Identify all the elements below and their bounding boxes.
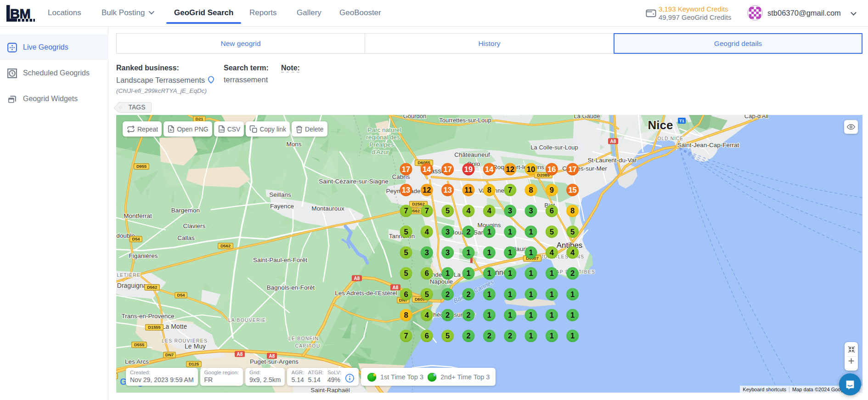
svg-text:Bagnols-en-Forêt: Bagnols-en-Forêt — [267, 284, 315, 291]
svg-text:17: 17 — [444, 165, 452, 173]
svg-text:1: 1 — [570, 311, 575, 319]
svg-text:6: 6 — [404, 290, 408, 298]
svg-text:6: 6 — [425, 269, 429, 277]
svg-text:4: 4 — [466, 206, 471, 215]
svg-text:16: 16 — [547, 165, 556, 173]
svg-text:La Motte: La Motte — [162, 323, 187, 330]
svg-text:D1555: D1555 — [148, 325, 160, 330]
svg-text:7: 7 — [508, 186, 512, 194]
svg-text:3: 3 — [445, 228, 450, 236]
svg-text:1: 1 — [487, 290, 491, 298]
svg-text:Montferrat: Montferrat — [124, 212, 152, 219]
svg-text:BM: BM — [10, 6, 30, 21]
svg-text:La Gaude: La Gaude — [574, 115, 600, 120]
svg-text:Nice: Nice — [648, 118, 673, 132]
svg-text:A8: A8 — [269, 354, 275, 359]
svg-text:8: 8 — [529, 186, 533, 194]
svg-text:5: 5 — [425, 290, 429, 298]
svg-text:1: 1 — [487, 269, 491, 277]
svg-text:Trans-en-Provence: Trans-en-Provence — [121, 313, 174, 320]
svg-text:OLLETIÈRE: OLLETIÈRE — [116, 272, 141, 278]
svg-text:2: 2 — [508, 331, 512, 340]
svg-text:D562: D562 — [147, 285, 157, 290]
svg-text:d'Azur: d'Azur — [372, 149, 389, 155]
svg-text:LA BOUVERIE: LA BOUVERIE — [228, 317, 266, 323]
svg-text:2: 2 — [487, 331, 491, 340]
svg-text:1: 1 — [445, 269, 450, 277]
svg-text:DN7: DN7 — [165, 353, 174, 357]
svg-text:1: 1 — [529, 331, 533, 340]
svg-text:15: 15 — [568, 186, 576, 194]
svg-text:4: 4 — [425, 311, 429, 319]
svg-text:2: 2 — [445, 290, 450, 298]
svg-text:Vence: Vence — [502, 115, 520, 116]
svg-text:La Colle-sur-Loup: La Colle-sur-Loup — [530, 144, 578, 151]
svg-text:LE BONFIN: LE BONFIN — [288, 336, 319, 341]
svg-text:Seillans: Seillans — [269, 191, 291, 198]
svg-text:5: 5 — [570, 228, 575, 236]
svg-text:Saint-Cézaire-sur-Siagne: Saint-Cézaire-sur-Siagne — [319, 178, 389, 185]
svg-text:1: 1 — [550, 269, 554, 277]
svg-text:6: 6 — [550, 206, 554, 215]
svg-text:17: 17 — [568, 165, 576, 173]
svg-text:Les Adrets-de-l'Estérel: Les Adrets-de-l'Estérel — [335, 290, 397, 297]
svg-text:4: 4 — [550, 248, 554, 257]
svg-text:régional des: régional des — [366, 134, 400, 141]
svg-text:Mons: Mons — [286, 141, 301, 148]
svg-text:LES ROUVIÈRES: LES ROUVIÈRES — [162, 338, 208, 343]
svg-text:3: 3 — [529, 206, 533, 215]
svg-text:2: 2 — [466, 331, 470, 340]
svg-text:5: 5 — [445, 206, 450, 215]
svg-text:Fayence: Fayence — [270, 203, 294, 210]
svg-text:7: 7 — [404, 331, 408, 340]
svg-text:Puget-sur-Argens: Puget-sur-Argens — [250, 358, 299, 365]
svg-text:Saint-Jean-Cap-Ferrat: Saint-Jean-Cap-Ferrat — [677, 142, 739, 149]
svg-text:1: 1 — [529, 269, 533, 277]
svg-text:1: 1 — [508, 248, 512, 257]
svg-text:Figanières: Figanières — [129, 252, 158, 259]
svg-text:OLD NICE: OLD NICE — [658, 136, 684, 141]
svg-text:17: 17 — [402, 165, 410, 173]
svg-text:Gourdon: Gourdon — [403, 115, 427, 120]
svg-text:Parc naturel: Parc naturel — [368, 126, 401, 133]
svg-text:Callas: Callas — [177, 234, 195, 241]
svg-text:7: 7 — [425, 206, 429, 215]
svg-text:Cap-d'Ail: Cap-d'Ail — [744, 115, 768, 120]
svg-text:14: 14 — [423, 165, 431, 173]
svg-text:Préalpes: Préalpes — [369, 141, 394, 148]
svg-text:1: 1 — [487, 248, 491, 257]
svg-text:9: 9 — [550, 186, 554, 194]
svg-text:1: 1 — [487, 311, 491, 319]
svg-text:1: 1 — [570, 331, 575, 340]
svg-text:D54: D54 — [177, 293, 185, 297]
svg-text:Tourrettes-sur-Loup: Tourrettes-sur-Loup — [439, 117, 491, 124]
svg-text:3: 3 — [425, 248, 429, 257]
svg-text:CSV: CSV — [220, 129, 224, 131]
svg-text:8: 8 — [570, 206, 575, 215]
svg-text:Les Arcs: Les Arcs — [125, 358, 149, 365]
svg-text:10: 10 — [527, 165, 535, 173]
svg-text:1: 1 — [529, 290, 533, 298]
svg-text:Claviers: Claviers — [183, 223, 206, 229]
svg-text:A8: A8 — [354, 276, 360, 281]
svg-text:1: 1 — [508, 228, 512, 236]
svg-text:1: 1 — [550, 331, 554, 340]
svg-text:A8: A8 — [610, 139, 616, 144]
svg-text:7: 7 — [404, 206, 408, 215]
svg-text:3: 3 — [445, 248, 450, 257]
svg-text:CAPITOU: CAPITOU — [295, 343, 321, 349]
svg-text:3: 3 — [508, 206, 512, 215]
svg-text:D2562: D2562 — [412, 202, 424, 206]
svg-text:5: 5 — [404, 269, 408, 277]
svg-text:2: 2 — [570, 269, 575, 277]
svg-text:1: 1 — [508, 311, 512, 319]
svg-text:12: 12 — [423, 186, 431, 194]
svg-text:2: 2 — [466, 228, 470, 236]
svg-text:D125: D125 — [189, 362, 199, 366]
svg-text:1: 1 — [466, 248, 470, 257]
svg-text:8: 8 — [404, 311, 408, 319]
svg-text:14: 14 — [485, 165, 494, 173]
svg-text:5: 5 — [404, 248, 408, 257]
svg-text:Châteauneuf: Châteauneuf — [454, 151, 490, 158]
svg-text:D555: D555 — [134, 343, 144, 347]
